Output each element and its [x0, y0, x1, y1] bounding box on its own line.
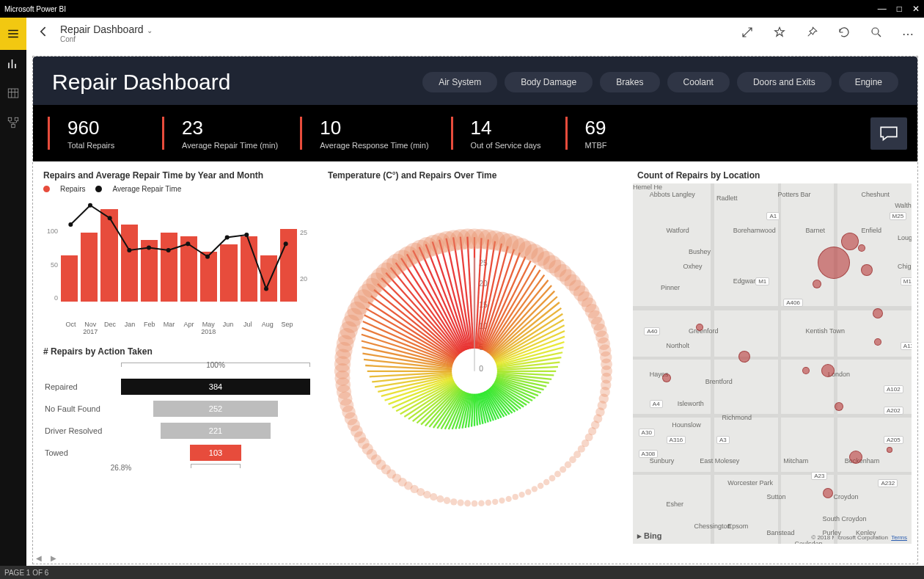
road-label: A23	[811, 472, 827, 480]
svg-point-114	[565, 462, 571, 468]
bing-logo: ▸ Bing	[637, 531, 662, 541]
hamburger-menu[interactable]	[0, 18, 26, 50]
map-visual[interactable]: Count of Repairs by Location ▸ Bing © 20…	[633, 167, 912, 547]
comment-button[interactable]	[870, 117, 907, 150]
action-row: Repaired384	[45, 376, 310, 398]
bar	[121, 225, 138, 302]
filter-body-damage[interactable]: Body Damage	[505, 72, 593, 92]
dashboard-name: Repair Dashboard	[60, 23, 144, 35]
road-label: A406	[783, 299, 803, 307]
bar	[260, 255, 277, 302]
svg-point-146	[464, 500, 471, 506]
minimize-button[interactable]: —	[878, 4, 887, 14]
action-label: Towed	[45, 448, 115, 457]
action-row: Driver Resolved221	[45, 420, 310, 442]
place-label: Barnet	[806, 227, 826, 234]
map-body[interactable]: ▸ Bing © 2018 Microsoft Corporation Term…	[633, 183, 912, 544]
action-row: Towed103	[45, 442, 310, 464]
pin-icon[interactable]	[805, 26, 818, 42]
search-icon[interactable]	[870, 26, 883, 42]
fullscreen-icon[interactable]	[741, 26, 754, 42]
kpi-avg-repair-time: 23Average Repair Time (min)	[162, 117, 296, 150]
map-bubble	[662, 374, 671, 382]
model-view-icon[interactable]	[7, 116, 20, 132]
map-bubble	[813, 280, 821, 288]
map-terms-link[interactable]: Terms	[891, 534, 907, 541]
place-label: Brentford	[705, 378, 733, 385]
svg-point-148	[458, 499, 464, 506]
svg-point-136	[499, 498, 505, 503]
view-rail	[0, 50, 26, 566]
svg-point-128	[525, 489, 531, 495]
maximize-button[interactable]: □	[897, 4, 902, 14]
road-label: A102	[884, 385, 903, 393]
back-button[interactable]	[37, 24, 51, 43]
filter-coolant[interactable]: Coolant	[667, 72, 730, 92]
svg-rect-2	[8, 117, 12, 121]
filter-air-system[interactable]: Air System	[422, 72, 497, 92]
refresh-icon[interactable]	[837, 26, 851, 42]
data-view-icon[interactable]	[7, 87, 20, 103]
place-label: Purley	[822, 529, 841, 536]
place-label: Isleworth	[678, 400, 704, 407]
breadcrumb[interactable]: Repair Dashboard ⌄ Conf	[60, 24, 153, 43]
place-label: Hemel He	[633, 183, 662, 191]
place-label: Chig	[898, 263, 912, 270]
bar	[161, 233, 177, 302]
bar	[100, 209, 117, 302]
bar	[200, 252, 217, 302]
place-label: Cheshunt	[862, 191, 890, 198]
map-bubble	[835, 402, 843, 411]
filter-brakes[interactable]: Brakes	[600, 72, 659, 92]
radial-title: Temperature (C°) and Repairs Over Time	[323, 167, 626, 183]
report-view-icon[interactable]	[7, 57, 20, 73]
svg-point-138	[492, 499, 498, 505]
road-label: A30	[639, 429, 655, 437]
legend-art-swatch	[95, 186, 102, 192]
legend-repairs: Repairs	[60, 185, 85, 193]
actions-chart[interactable]: # Repairs by Action Taken 100% Repaired3…	[39, 343, 316, 483]
radial-chart[interactable]: Temperature (C°) and Repairs Over Time 0…	[323, 167, 626, 547]
chevron-down-icon: ⌄	[147, 26, 153, 34]
place-label: Lough	[898, 234, 912, 241]
road-label: A13	[901, 342, 912, 350]
svg-point-124	[538, 483, 543, 489]
kpi-band: 960Total Repairs 23Average Repair Time (…	[33, 105, 917, 161]
combo-chart[interactable]: Repairs and Average Repair Time by Year …	[39, 167, 316, 336]
road-label: A202	[884, 407, 903, 415]
action-row: No Fault Found252	[45, 398, 310, 420]
bar	[61, 255, 78, 302]
place-label: Enfield	[862, 227, 882, 234]
close-button[interactable]: ✕	[912, 4, 920, 14]
next-page[interactable]: ▶	[51, 554, 56, 562]
bar	[141, 240, 158, 302]
bar	[180, 236, 197, 302]
page-indicator: PAGE 1 OF 6	[4, 569, 48, 577]
svg-point-120	[549, 475, 556, 481]
road-label: A316	[667, 436, 686, 444]
svg-point-152	[444, 497, 451, 504]
road-label: A40	[644, 327, 660, 335]
favorite-icon[interactable]	[773, 26, 786, 42]
place-label: Richmond	[722, 414, 752, 421]
filter-doors-exits[interactable]: Doors and Exits	[737, 72, 832, 92]
map-bubble	[738, 351, 750, 363]
svg-line-53	[491, 291, 554, 355]
svg-point-116	[560, 466, 566, 473]
road-label: M11	[901, 277, 912, 285]
filter-engine[interactable]: Engine	[839, 72, 898, 92]
place-label: Sunbury	[650, 457, 675, 465]
place-label: East Molesey	[700, 457, 739, 465]
more-icon[interactable]: ⋯	[902, 27, 914, 41]
svg-point-144	[472, 500, 478, 507]
kpi-total-repairs: 960Total Repairs	[48, 117, 158, 150]
prev-page[interactable]: ◀	[36, 554, 42, 562]
road-label: M1	[755, 277, 769, 285]
svg-point-262	[457, 229, 477, 250]
map-bubble	[887, 447, 892, 453]
dashboard-header: Repair Dashboard Air System Body Damage …	[33, 57, 917, 105]
svg-rect-1	[8, 89, 18, 98]
road-label: A308	[639, 450, 659, 458]
legend-repairs-swatch	[43, 186, 50, 192]
place-label: Radlett	[716, 194, 738, 202]
